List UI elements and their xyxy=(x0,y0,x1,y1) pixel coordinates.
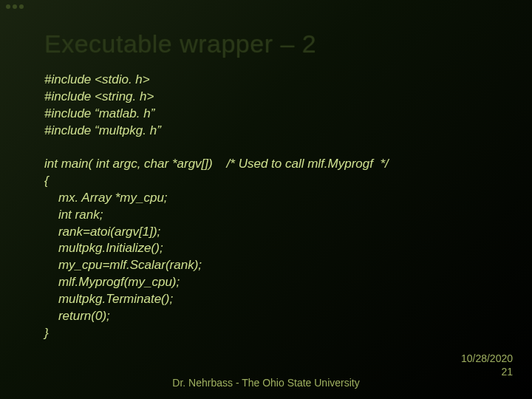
slide: Executable wrapper – 2 #include <stdio. … xyxy=(0,0,532,399)
slide-date: 10/28/2020 xyxy=(461,352,513,365)
footer-text: Dr. Nehrbass - The Ohio State University xyxy=(0,377,532,389)
slide-title: Executable wrapper – 2 xyxy=(44,30,495,58)
include-line: #include <stdio. h> xyxy=(44,72,495,89)
body-line: multpkg.Terminate(); xyxy=(44,291,495,308)
body-line: { xyxy=(44,173,495,190)
decorative-dots xyxy=(6,4,24,9)
body-line: rank=atoi(argv[1]); xyxy=(44,224,495,241)
include-line: #include “multpkg. h” xyxy=(44,123,495,140)
include-line: #include “matlab. h” xyxy=(44,106,495,123)
body-line: my_cpu=mlf.Scalar(rank); xyxy=(44,257,495,274)
body-line: multpkg.Initialize(); xyxy=(44,240,495,257)
date-page-block: 10/28/2020 21 xyxy=(461,352,513,378)
main-signature: int main( int argc, char *argv[]) /* Use… xyxy=(44,156,495,173)
body-line: return(0); xyxy=(44,308,495,325)
body-line: int rank; xyxy=(44,207,495,224)
body-line: } xyxy=(44,325,495,342)
body-line: mx. Array *my_cpu; xyxy=(44,190,495,207)
code-block: #include <stdio. h> #include <string. h>… xyxy=(44,72,495,342)
include-line: #include <string. h> xyxy=(44,89,495,106)
body-line-call: mlf.Myprogf(my_cpu); xyxy=(44,274,495,291)
